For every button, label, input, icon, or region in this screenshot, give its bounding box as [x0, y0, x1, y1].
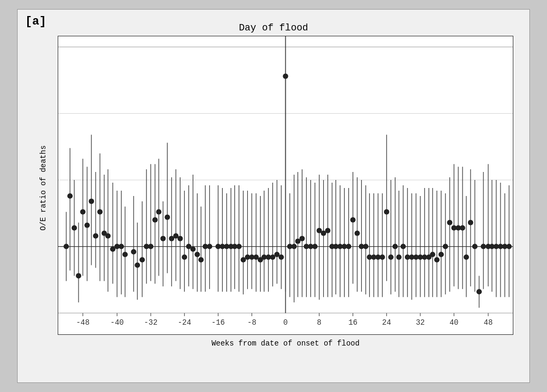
svg-text:40: 40 [449, 318, 458, 327]
svg-point-196 [261, 255, 267, 260]
svg-point-190 [236, 244, 241, 249]
svg-point-192 [245, 255, 250, 260]
svg-point-60 [156, 209, 161, 215]
x-axis-label: Weeks from date of onset of flood [212, 339, 360, 348]
svg-point-150 [119, 244, 124, 249]
chart-title: Day of flood [28, 22, 519, 33]
svg-point-182 [194, 252, 200, 257]
svg-point-184 [202, 244, 208, 249]
svg-point-238 [472, 244, 478, 249]
svg-point-232 [439, 252, 444, 257]
svg-point-106 [350, 217, 356, 223]
svg-point-146 [84, 223, 90, 228]
svg-point-242 [498, 244, 503, 249]
svg-point-144 [67, 193, 73, 199]
svg-point-168 [76, 273, 81, 278]
svg-point-170 [101, 231, 107, 236]
svg-text:-40: -40 [111, 318, 124, 327]
svg-point-54 [131, 249, 136, 255]
svg-text:8: 8 [317, 318, 321, 327]
svg-text:-32: -32 [144, 318, 158, 327]
svg-point-128 [443, 244, 448, 249]
svg-point-148 [93, 233, 98, 239]
svg-point-156 [135, 262, 140, 268]
svg-point-44 [89, 199, 94, 204]
svg-point-166 [481, 244, 486, 249]
svg-point-194 [253, 255, 259, 260]
svg-point-46 [97, 209, 103, 215]
svg-point-90 [283, 74, 288, 79]
svg-point-212 [338, 244, 343, 249]
svg-point-52 [122, 252, 128, 257]
svg-point-40 [72, 225, 77, 231]
svg-text:16: 16 [348, 318, 357, 327]
svg-text:-16: -16 [212, 318, 225, 327]
svg-point-200 [278, 255, 284, 260]
svg-point-158 [287, 244, 293, 249]
svg-point-174 [144, 244, 149, 249]
svg-point-240 [489, 244, 495, 249]
svg-point-152 [160, 236, 166, 241]
svg-point-216 [355, 231, 360, 236]
svg-point-42 [80, 209, 85, 215]
svg-point-226 [413, 255, 419, 260]
chart-svg: 0 1 2 3 4 0 [58, 36, 513, 334]
svg-text:48: 48 [484, 318, 493, 327]
svg-point-164 [464, 255, 469, 260]
svg-point-188 [228, 244, 233, 249]
panel-label: [a] [25, 15, 46, 28]
svg-point-114 [384, 209, 389, 215]
svg-point-186 [220, 244, 225, 249]
svg-text:-24: -24 [178, 318, 191, 327]
y-axis-label: O/E ratio of deaths [39, 145, 48, 231]
svg-point-180 [186, 244, 191, 249]
svg-text:32: 32 [416, 318, 425, 327]
svg-point-62 [165, 215, 170, 220]
svg-point-176 [152, 217, 158, 223]
svg-point-210 [330, 244, 335, 249]
svg-point-234 [447, 220, 452, 225]
svg-point-224 [405, 255, 410, 260]
svg-point-204 [304, 244, 309, 249]
svg-point-230 [430, 252, 435, 257]
svg-point-244 [506, 244, 512, 249]
svg-point-198 [270, 255, 275, 260]
svg-point-118 [401, 244, 406, 249]
svg-point-222 [388, 255, 394, 260]
svg-point-66 [182, 255, 187, 260]
svg-point-178 [169, 236, 174, 241]
svg-point-206 [312, 244, 318, 249]
svg-point-160 [363, 244, 369, 249]
svg-point-214 [346, 244, 351, 249]
svg-point-208 [321, 231, 326, 236]
svg-point-154 [177, 236, 183, 241]
svg-point-202 [295, 239, 301, 244]
svg-text:-48: -48 [76, 318, 89, 327]
svg-point-38 [64, 244, 69, 249]
svg-point-220 [380, 255, 385, 260]
svg-point-218 [371, 255, 377, 260]
svg-point-70 [198, 257, 204, 263]
chart-container: [a] Day of flood O/E ratio of deaths [17, 9, 530, 383]
svg-text:-8: -8 [247, 318, 256, 327]
svg-text:0: 0 [283, 318, 287, 327]
svg-point-162 [396, 255, 402, 260]
svg-point-56 [139, 257, 145, 263]
svg-text:24: 24 [382, 318, 391, 327]
svg-point-136 [476, 289, 482, 294]
svg-point-116 [393, 244, 398, 249]
svg-point-126 [434, 257, 440, 263]
svg-point-236 [456, 225, 461, 231]
svg-point-228 [422, 255, 427, 260]
svg-point-172 [110, 247, 115, 252]
svg-point-134 [468, 220, 473, 225]
